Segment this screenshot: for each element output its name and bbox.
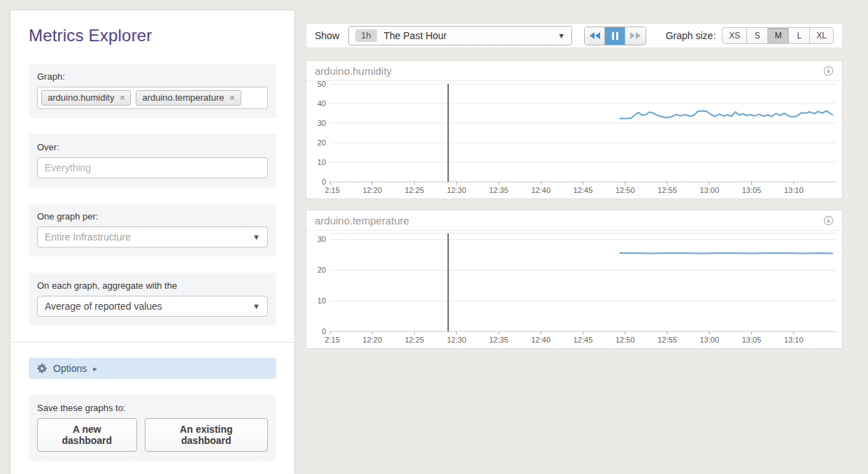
chevron-down-icon: ▼: [252, 233, 260, 241]
chevron-down-icon: ▼: [252, 302, 260, 310]
aggregate-value: Average of reported values: [45, 301, 252, 312]
svg-text:10: 10: [318, 158, 326, 166]
aggregate-label: On each graph, aggregate with the: [37, 280, 268, 291]
svg-text:12:40: 12:40: [531, 336, 550, 344]
playback-controls: [584, 27, 646, 45]
one-graph-per-value: Entire Infrastructure: [45, 231, 252, 243]
svg-text:12:55: 12:55: [657, 336, 677, 344]
svg-text:12:45: 12:45: [574, 186, 593, 194]
svg-text:12:25: 12:25: [405, 336, 425, 344]
svg-text:12:20: 12:20: [362, 186, 382, 194]
svg-text:12:30: 12:30: [447, 186, 467, 194]
chevron-down-icon: ▼: [557, 31, 565, 40]
svg-text:50: 50: [318, 81, 326, 88]
svg-text:12:25: 12:25: [405, 186, 425, 194]
aggregate-section: On each graph, aggregate with the Averag…: [29, 273, 276, 326]
options-label: Options: [53, 363, 87, 374]
pause-button[interactable]: [605, 27, 625, 45]
svg-text:12:15: 12:15: [320, 186, 340, 194]
chart-header: arduino.temperature: [306, 210, 842, 231]
timeframe-select[interactable]: 1h The Past Hour ▼: [348, 26, 572, 45]
svg-text:30: 30: [318, 119, 326, 127]
save-label: Save these graphs to:: [37, 403, 268, 413]
svg-text:13:05: 13:05: [742, 186, 762, 194]
svg-text:13:10: 13:10: [784, 186, 804, 194]
svg-text:12:50: 12:50: [616, 186, 635, 194]
divider: [10, 342, 294, 343]
toolbar: Show 1h The Past Hour ▼ Graph size:: [306, 23, 843, 48]
one-graph-per-section: One graph per: Entire Infrastructure ▼: [29, 203, 276, 257]
graph-size-segmented: XS S M L XL: [722, 27, 834, 44]
forward-button[interactable]: [625, 27, 646, 45]
remove-tag-icon[interactable]: ×: [229, 94, 234, 102]
graph-section: Graph: arduino.humidity × arduino.temper…: [29, 64, 276, 118]
metric-tag-temperature[interactable]: arduino.temperature ×: [136, 90, 241, 106]
svg-text:40: 40: [318, 99, 326, 108]
size-xl-button[interactable]: XL: [809, 27, 834, 44]
over-label: Over:: [37, 142, 268, 152]
svg-text:12:50: 12:50: [616, 336, 635, 344]
graph-label: Graph:: [37, 71, 268, 82]
metrics-explorer-sidebar: Metrics Explorer Graph: arduino.humidity…: [10, 10, 295, 474]
new-dashboard-button[interactable]: A new dashboard: [37, 418, 137, 452]
chart-header: arduino.humidity: [306, 61, 842, 81]
remove-tag-icon[interactable]: ×: [120, 94, 124, 102]
one-graph-per-select[interactable]: Entire Infrastructure ▼: [37, 227, 268, 247]
show-label: Show: [315, 30, 339, 41]
graph-size-group: Graph size: XS S M L XL: [666, 27, 834, 44]
main-content: Show 1h The Past Hour ▼ Graph size:: [306, 23, 843, 349]
temperature-chart-card: arduino.temperature 010203012:1512:2012:…: [306, 210, 843, 349]
svg-text:12:35: 12:35: [489, 186, 508, 194]
svg-text:20: 20: [318, 266, 326, 274]
over-input[interactable]: [37, 157, 268, 178]
svg-text:12:45: 12:45: [574, 336, 593, 344]
options-toggle[interactable]: Options ▸: [29, 358, 276, 379]
size-m-button[interactable]: M: [767, 27, 789, 44]
over-section: Over:: [29, 134, 276, 187]
download-icon[interactable]: [823, 66, 834, 76]
rewind-icon: [590, 32, 600, 39]
svg-text:13:05: 13:05: [742, 336, 762, 344]
svg-text:12:40: 12:40: [531, 186, 550, 194]
svg-text:20: 20: [318, 138, 326, 147]
svg-text:12:55: 12:55: [657, 186, 677, 194]
svg-text:13:00: 13:00: [699, 186, 719, 194]
gear-icon: [37, 364, 47, 373]
humidity-chart-card: arduino.humidity 0102030405012:1512:2012…: [306, 60, 843, 199]
svg-text:12:15: 12:15: [320, 336, 340, 344]
timeframe-value: The Past Hour: [384, 30, 551, 41]
svg-text:10: 10: [318, 296, 326, 305]
svg-text:30: 30: [318, 235, 326, 243]
graph-metrics-input[interactable]: arduino.humidity × arduino.temperature ×: [37, 87, 268, 109]
temperature-line-chart[interactable]: 010203012:1512:2012:2512:3012:3512:4012:…: [306, 231, 842, 348]
svg-text:12:35: 12:35: [489, 336, 508, 344]
forward-icon: [630, 32, 641, 39]
svg-text:13:00: 13:00: [699, 336, 719, 344]
chart-title: arduino.humidity: [315, 65, 392, 77]
aggregate-select[interactable]: Average of reported values ▼: [37, 296, 268, 317]
svg-text:13:10: 13:10: [784, 336, 804, 344]
size-s-button[interactable]: S: [746, 27, 768, 44]
one-graph-per-label: One graph per:: [37, 211, 268, 222]
svg-text:0: 0: [322, 327, 326, 336]
caret-right-icon: ▸: [93, 364, 97, 373]
pause-icon: [612, 32, 618, 40]
metric-tag-humidity[interactable]: arduino.humidity ×: [41, 90, 131, 106]
page-title: Metrics Explorer: [29, 26, 276, 45]
metric-tag-label: arduino.humidity: [48, 92, 114, 103]
download-icon[interactable]: [823, 215, 834, 226]
svg-text:12:20: 12:20: [362, 336, 382, 344]
svg-text:12:30: 12:30: [447, 336, 467, 344]
size-xs-button[interactable]: XS: [722, 27, 747, 44]
chart-title: arduino.temperature: [315, 215, 409, 227]
humidity-line-chart[interactable]: 0102030405012:1512:2012:2512:3012:3512:4…: [306, 81, 842, 199]
size-l-button[interactable]: L: [788, 27, 810, 44]
metric-tag-label: arduino.temperature: [142, 92, 224, 103]
timeframe-badge: 1h: [355, 29, 376, 42]
rewind-button[interactable]: [585, 27, 605, 45]
existing-dashboard-button[interactable]: An existing dashboard: [145, 418, 268, 452]
svg-text:0: 0: [322, 178, 326, 186]
graph-size-label: Graph size:: [666, 30, 716, 41]
save-section: Save these graphs to: A new dashboard An…: [29, 395, 276, 461]
